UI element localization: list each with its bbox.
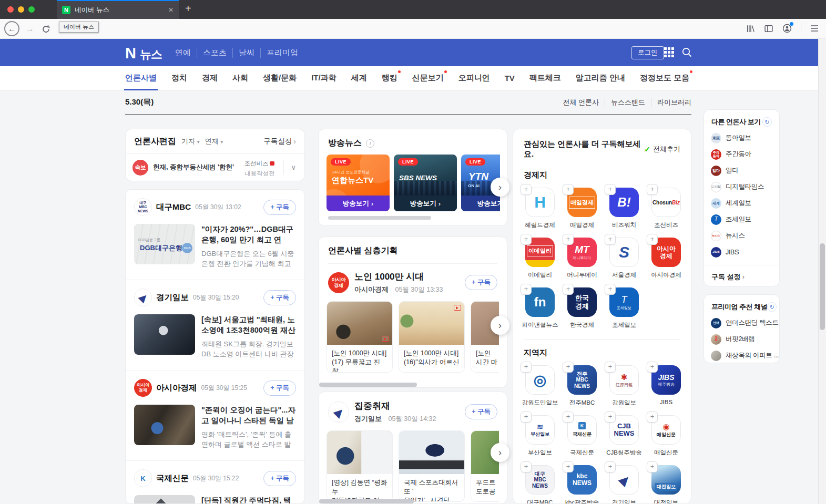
nav-tab[interactable]: 알고리즘 안내: [576, 66, 625, 90]
press-name[interactable]: 경기일보: [354, 415, 382, 423]
press-tile[interactable]: + kbc NEWS kbc광주방송: [566, 465, 598, 504]
press-list-item[interactable]: 일다 일다: [711, 162, 772, 179]
series-article-card[interactable]: [노인 1000만 시대] (17) 무릎꿇고 진찰...: [327, 301, 393, 373]
header-service-link[interactable]: 연예: [169, 48, 197, 58]
info-icon[interactable]: i: [366, 139, 374, 148]
article-title[interactable]: 푸드트 도로공: [471, 474, 499, 501]
press-name[interactable]: 대구MBC: [156, 202, 191, 213]
reload-button[interactable]: [40, 23, 52, 35]
add-press-button[interactable]: +: [647, 234, 658, 245]
press-tile[interactable]: + B! 비즈워치: [608, 188, 640, 229]
broadcast-channel-card[interactable]: LIVE SBS NEWS 방송보기›: [394, 155, 457, 211]
page-scrollbar[interactable]: [818, 38, 826, 504]
article-thumbnail[interactable]: DGB금융그룹 DGB대구은행 DGB: [134, 224, 195, 264]
nav-tab[interactable]: IT/과학: [311, 66, 336, 90]
login-button[interactable]: 로그인: [631, 46, 664, 59]
scrollbar-thumb[interactable]: [319, 499, 414, 503]
press-name[interactable]: 국제신문: [156, 473, 189, 484]
carousel-next-button[interactable]: ›: [491, 316, 509, 335]
forward-button[interactable]: →: [24, 23, 36, 35]
press-tile[interactable]: + ◉ 매일신문 매일신문: [650, 415, 682, 457]
press-list-item[interactable]: 세계 세계일보: [711, 195, 772, 211]
add-press-button[interactable]: +: [563, 234, 574, 245]
scrollbar-thumb[interactable]: [820, 243, 825, 330]
filter-series[interactable]: 연재 ▾: [205, 137, 223, 146]
press-list-item[interactable]: JIBS JIBS: [711, 244, 772, 260]
add-press-button[interactable]: +: [521, 412, 532, 423]
press-list-item[interactable]: T 조세일보: [711, 211, 772, 228]
expand-chevron-icon[interactable]: ∨: [291, 163, 298, 171]
scrollbar-thumb[interactable]: [328, 216, 431, 220]
series-article-card[interactable]: [노인 1000만 시대] (16)"의사가 어르신 ...: [399, 301, 465, 373]
press-logo-icon[interactable]: 아시아 경제: [134, 379, 152, 397]
add-press-button[interactable]: +: [563, 184, 574, 195]
header-service-link[interactable]: 프리미엄: [260, 48, 304, 58]
press-tile[interactable]: + fn 파이낸셜뉴스: [524, 287, 556, 329]
press-tile[interactable]: + MT 머니투데이 머니투데이: [566, 238, 598, 279]
filter-reporter[interactable]: 기자 ▾: [181, 137, 200, 146]
add-press-button[interactable]: +: [563, 284, 574, 295]
article-thumbnail[interactable]: [134, 314, 195, 355]
series-article-card[interactable]: [노인 시간 마: [471, 301, 499, 373]
watch-broadcast-button[interactable]: 방송보기›: [394, 196, 457, 211]
press-tile[interactable]: + K 국제신문 국제신문: [566, 415, 598, 457]
article-title[interactable]: "존윅이 오징어 굽는다"...자고 일어나니 스타된 독일 남성: [201, 405, 296, 426]
sidebar-toggle-icon[interactable]: [764, 24, 773, 33]
add-press-button[interactable]: +: [563, 412, 574, 423]
scrollbar-thumb[interactable]: [319, 383, 417, 387]
press-logo-icon[interactable]: K: [134, 469, 152, 487]
add-press-button[interactable]: +: [605, 184, 616, 195]
series-article-card[interactable]: [영상] 김동연 “평화누 리특별자치도 이름, ...: [327, 430, 393, 502]
add-press-button[interactable]: +: [521, 234, 532, 245]
press-tile[interactable]: + ✱ 江原日報 강원일보: [608, 365, 640, 407]
nav-tab[interactable]: 생활/문화: [263, 66, 297, 90]
nav-tab[interactable]: 신문보기: [412, 66, 444, 90]
article-title[interactable]: [단독] 직원간 주먹다짐, 택시운: [201, 495, 296, 504]
add-press-button[interactable]: +: [605, 362, 616, 373]
add-press-button[interactable]: +: [521, 184, 532, 195]
press-name[interactable]: 경기일보: [156, 292, 189, 303]
nav-tab[interactable]: 정치: [171, 66, 187, 90]
nav-tab[interactable]: 경제: [202, 66, 218, 90]
add-press-button[interactable]: +: [647, 461, 658, 472]
press-tile[interactable]: + 전주 MBC NEWS 전주MBC: [566, 365, 598, 407]
refresh-icon[interactable]: ↻: [767, 302, 777, 312]
press-tile[interactable]: + Chosun Biz 조선비즈: [650, 188, 682, 229]
press-view-link[interactable]: 라이브러리: [651, 98, 691, 107]
add-press-button[interactable]: +: [521, 284, 532, 295]
article-title[interactable]: [속보] 서울고법 "최태원, 노소영에 1조3천800억원 재산분할": [201, 314, 296, 336]
minimize-window-button[interactable]: [18, 6, 24, 13]
article-thumbnail[interactable]: [134, 405, 195, 445]
subscription-settings-link[interactable]: 구독 설정›: [704, 265, 779, 289]
add-press-button[interactable]: +: [521, 461, 532, 472]
article-thumbnail[interactable]: [134, 495, 195, 504]
press-logo-icon[interactable]: 대구 MBC NEWS: [134, 198, 152, 216]
series-article-card[interactable]: 국제 스포츠대회서 또 ' 욱일기'...서경덕, IP...: [399, 430, 465, 502]
header-service-link[interactable]: 스포츠: [197, 48, 232, 58]
press-list-item[interactable]: 뉴시스 뉴시스: [711, 228, 772, 244]
naver-news-logo[interactable]: N 뉴스: [125, 45, 162, 63]
account-icon[interactable]: [782, 24, 792, 33]
article-title[interactable]: 국제 스포츠대회서 또 ' 욱일기'...서경덕, IP...: [399, 474, 464, 501]
nav-tab[interactable]: 팩트체크: [529, 66, 561, 90]
press-tile[interactable]: + 아시아 경제 아시아경제: [650, 238, 682, 279]
press-view-link[interactable]: 뉴스스탠드: [605, 98, 651, 107]
channel-list-item[interactable]: 채상욱의 아파트 ...: [711, 347, 772, 364]
nav-tab[interactable]: 언론사별: [125, 66, 157, 90]
press-tile[interactable]: + S 서울경제: [608, 238, 640, 279]
press-tile[interactable]: + 대전일보 대전일보: [650, 465, 682, 504]
library-icon[interactable]: [746, 24, 755, 33]
press-name[interactable]: 아시아경제: [354, 285, 389, 293]
broadcast-channel-card[interactable]: LIVE 24시간 보도전문채널 연합뉴스TV 방송보기›: [327, 155, 390, 211]
apps-grid-icon[interactable]: [664, 47, 674, 57]
press-list-item[interactable]: 東亞 동아일보: [711, 130, 772, 146]
nav-tab[interactable]: 정정보도 모음: [640, 66, 689, 90]
nav-tab[interactable]: 세계: [351, 66, 367, 90]
new-tab-button[interactable]: +: [185, 3, 191, 15]
breaking-news-row[interactable]: 속보 헌재, 종합부동산세법 '합헌' 결정 조선비즈 내용작성전 ∨: [126, 154, 304, 181]
article-title[interactable]: [노인 1000만 시대] (16)"의사가 어르신 ...: [399, 345, 464, 372]
add-press-button[interactable]: +: [563, 362, 574, 373]
add-press-button[interactable]: +: [647, 362, 658, 373]
nav-tab[interactable]: TV: [505, 66, 515, 90]
series-article-card[interactable]: 푸드트 도로공: [471, 430, 499, 502]
